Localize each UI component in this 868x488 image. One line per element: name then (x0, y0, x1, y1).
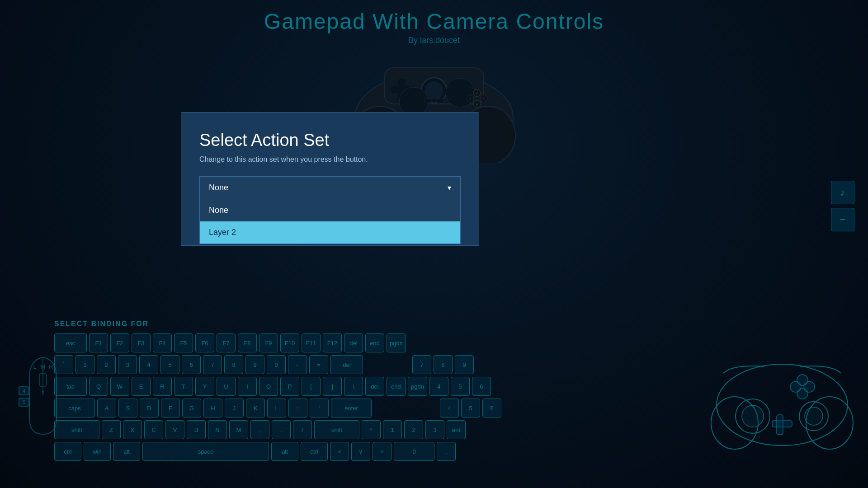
modal-dialog: Select Action Set Change to this action … (181, 112, 479, 246)
modal-subtitle: Change to this action set when you press… (199, 155, 461, 164)
dropdown-value: None (209, 183, 228, 192)
dropdown-selected[interactable]: None ▾ (199, 176, 461, 199)
dropdown-option-none[interactable]: None (200, 199, 460, 221)
dropdown-container: None ▾ None Layer 2 (199, 176, 461, 199)
dropdown-options: None Layer 2 (199, 199, 461, 244)
dropdown-option-layer2[interactable]: Layer 2 (200, 221, 460, 244)
dropdown-arrow-icon: ▾ (448, 183, 451, 192)
modal-title: Select Action Set (199, 131, 461, 150)
